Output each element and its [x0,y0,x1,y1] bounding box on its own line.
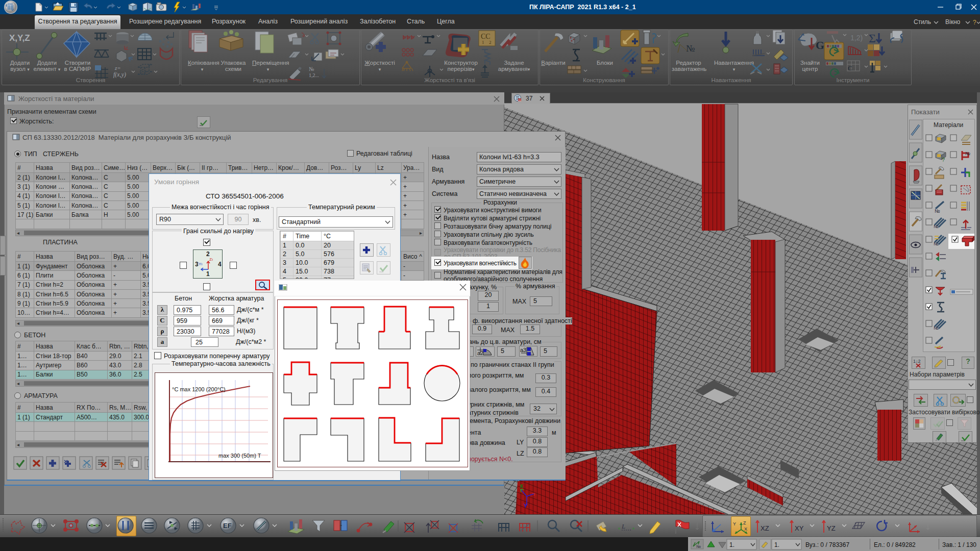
svg-text:Zı: Zı [209,257,213,262]
svg-text:°C max 1200 (200°C): °C max 1200 (200°C) [172,386,226,392]
svg-text:XY: XY [795,524,804,532]
svg-text:№: № [965,151,970,156]
svg-text:№: № [935,208,940,214]
svg-text:1↓2: 1↓2 [913,359,921,364]
svg-text:X: X [520,483,524,489]
svg-text:X: X [744,527,747,532]
svg-text:max 300 (50m) T: max 300 (50m) T [218,453,261,459]
svg-text:EF: EF [223,522,232,530]
svg-text:?: ? [973,19,976,26]
svg-text:YZ: YZ [827,524,836,532]
svg-text:XZ: XZ [761,524,769,532]
svg-text:?: ? [942,157,945,163]
svg-text:Z: Z [743,520,746,525]
svg-text:Y: Y [524,503,528,509]
svg-text:№: № [696,544,701,549]
svg-text:1.: 1. [729,541,734,548]
svg-text:L: L [621,522,625,530]
svg-text:a2: a2 [477,350,483,356]
svg-text:Y: Y [733,521,736,527]
svg-text:21: 21 [519,99,522,102]
svg-text:1.: 1. [774,541,779,548]
svg-text:a3: a3 [520,347,526,353]
svg-text:Yı: Yı [199,262,203,266]
